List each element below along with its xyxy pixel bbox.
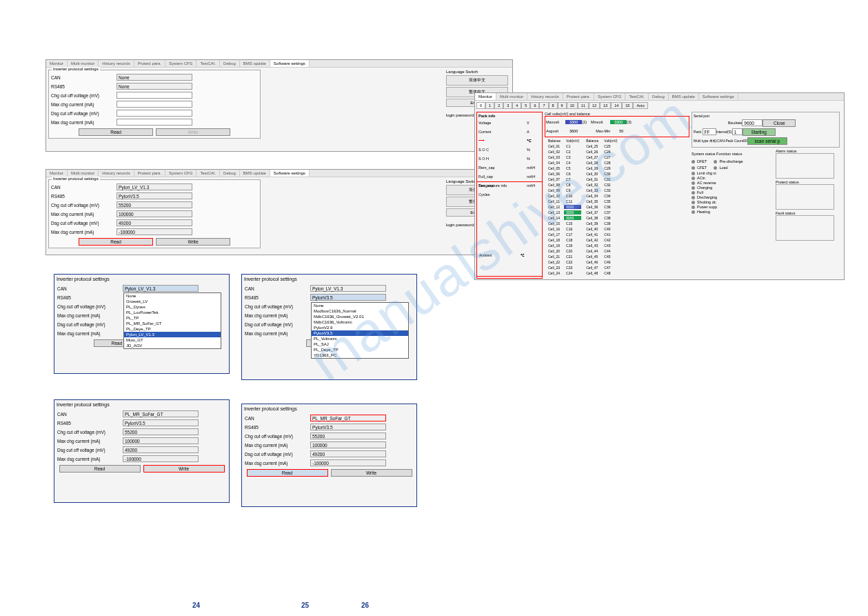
input[interactable]: 1: [732, 128, 743, 135]
input-maxchg[interactable]: [117, 101, 192, 108]
input[interactable]: 49200: [310, 450, 386, 457]
read-button[interactable]: Read: [247, 469, 328, 477]
pack-tab[interactable]: 9: [558, 102, 567, 109]
pack-tab[interactable]: 7: [539, 102, 548, 109]
tab[interactable]: TestCAI.: [196, 170, 220, 177]
select-rs485[interactable]: PylonV3.5: [310, 294, 386, 301]
tab-software-settings[interactable]: Software settings: [270, 60, 310, 67]
write-button[interactable]: Write: [331, 469, 412, 477]
input[interactable]: -100000: [123, 455, 199, 462]
input-maxdsg[interactable]: [117, 119, 192, 126]
tab[interactable]: BMS update: [669, 93, 699, 100]
input[interactable]: FF: [703, 128, 716, 135]
tab[interactable]: History records: [527, 93, 563, 100]
input[interactable]: 100000: [117, 210, 192, 217]
read-button[interactable]: Read: [59, 465, 141, 473]
tab[interactable]: TestCAI.: [625, 93, 649, 100]
pack-tab[interactable]: 12: [589, 102, 600, 109]
can-dropdown[interactable]: None Growatt_LV PL_Dynes PL_LuxPowerTek …: [123, 292, 221, 349]
option[interactable]: PL_SAJ: [312, 341, 408, 347]
pack-tab[interactable]: 3: [503, 102, 512, 109]
tab[interactable]: Debug: [220, 60, 240, 67]
option[interactable]: PL_Dynes: [124, 304, 221, 310]
option[interactable]: PylonV2.9: [312, 325, 408, 330]
read-button[interactable]: Read: [79, 128, 153, 136]
select-can[interactable]: Pylon_LV_V1.3: [123, 285, 199, 292]
pack-tab[interactable]: 15: [622, 102, 633, 109]
select[interactable]: PL_MR_SoFar_GT: [123, 410, 199, 417]
pack-tab[interactable]: 11: [578, 102, 589, 109]
write-button[interactable]: Write: [156, 128, 230, 136]
pack-tab[interactable]: 5: [521, 102, 530, 109]
option[interactable]: Growatt_LV: [124, 299, 221, 304]
pack-tab[interactable]: 6: [530, 102, 539, 109]
pack-tab[interactable]: 0: [476, 102, 485, 109]
tab[interactable]: History records: [99, 170, 134, 177]
tab[interactable]: Monitor: [46, 60, 68, 67]
close-button[interactable]: Close: [763, 119, 796, 127]
option[interactable]: PL_Deye_TP: [312, 347, 408, 352]
tab[interactable]: Debug: [220, 170, 240, 177]
option[interactable]: MdbC1636_Growatt_V2.01: [312, 314, 408, 319]
rs485-dropdown[interactable]: None ModbusC1636_Normal MdbC1636_Growatt…: [311, 302, 409, 359]
pack-tab[interactable]: 2: [494, 102, 503, 109]
pack-tab[interactable]: 10: [567, 102, 578, 109]
start-button[interactable]: Starting: [743, 128, 776, 136]
pack-tab[interactable]: 4: [512, 102, 521, 109]
tab[interactable]: Protect para.: [563, 93, 594, 100]
tab[interactable]: Software settings: [270, 170, 310, 177]
select-can[interactable]: None: [117, 74, 192, 81]
option[interactable]: ModbusC1636_Normal: [312, 308, 408, 314]
tab[interactable]: Monitor: [475, 93, 496, 100]
pack-tab[interactable]: 14: [611, 102, 622, 109]
tab[interactable]: Debug: [649, 93, 669, 100]
option[interactable]: PL_TP: [124, 315, 221, 321]
option[interactable]: MdbC1636_Voltronic: [312, 319, 408, 325]
tab[interactable]: BMS update: [240, 60, 270, 67]
tab[interactable]: History records: [99, 60, 134, 67]
select-rs485[interactable]: PylonV3.5: [117, 192, 192, 199]
lang-cn1[interactable]: 简体中文: [446, 75, 508, 86]
option-selected[interactable]: Pylon_LV_V1.3: [124, 332, 221, 337]
input[interactable]: 100000: [310, 441, 386, 448]
input[interactable]: 55200: [123, 428, 199, 435]
scan-button[interactable]: scan serial p: [747, 137, 787, 145]
tab[interactable]: Multi monitor: [68, 60, 99, 67]
input-chg[interactable]: [117, 92, 192, 99]
select[interactable]: PylonV3.5: [310, 424, 386, 430]
option[interactable]: PL_Voltronic: [312, 336, 408, 341]
option[interactable]: PL_MR_SoFar_GT: [124, 321, 221, 326]
option[interactable]: YD1363_PC: [312, 352, 408, 358]
select-can[interactable]: PL_MR_SoFar_GT: [310, 415, 386, 421]
option-selected[interactable]: PylonV3.5: [312, 330, 408, 336]
tab[interactable]: Multi monitor: [68, 170, 99, 177]
tab[interactable]: System CFG: [165, 170, 196, 177]
select[interactable]: PylonV3.5: [123, 419, 199, 426]
option[interactable]: PL_Deye_TP: [124, 326, 221, 332]
select[interactable]: Pylon_LV_V1.3: [310, 285, 386, 292]
input[interactable]: 100000: [123, 437, 199, 444]
read-button[interactable]: Read: [79, 238, 153, 246]
select-rs485[interactable]: None: [117, 83, 192, 90]
pack-tab[interactable]: 1: [485, 102, 494, 109]
tab[interactable]: Protect para.: [134, 170, 165, 177]
input[interactable]: 55200: [117, 201, 192, 208]
option[interactable]: None: [124, 293, 221, 299]
tab[interactable]: Multi monitor: [496, 93, 527, 100]
input[interactable]: 49200: [123, 446, 199, 453]
option[interactable]: JD_AGV: [124, 343, 221, 348]
tab[interactable]: BMS update: [240, 170, 270, 177]
tab[interactable]: Software settings: [699, 93, 738, 100]
pack-tab[interactable]: 8: [549, 102, 558, 109]
tab[interactable]: Monitor: [46, 170, 68, 177]
option[interactable]: Must_GT: [124, 337, 221, 343]
option[interactable]: PL_LuxPowerTek: [124, 310, 221, 315]
tab[interactable]: System CFG: [165, 60, 196, 67]
input[interactable]: 55200: [310, 433, 386, 439]
pack-tab[interactable]: 13: [600, 102, 611, 109]
pack-tab[interactable]: Auto: [633, 102, 647, 109]
input[interactable]: 49200: [117, 219, 192, 226]
write-button[interactable]: Write: [156, 238, 230, 246]
input-dsg[interactable]: [117, 110, 192, 117]
tab[interactable]: Protect para.: [134, 60, 165, 67]
